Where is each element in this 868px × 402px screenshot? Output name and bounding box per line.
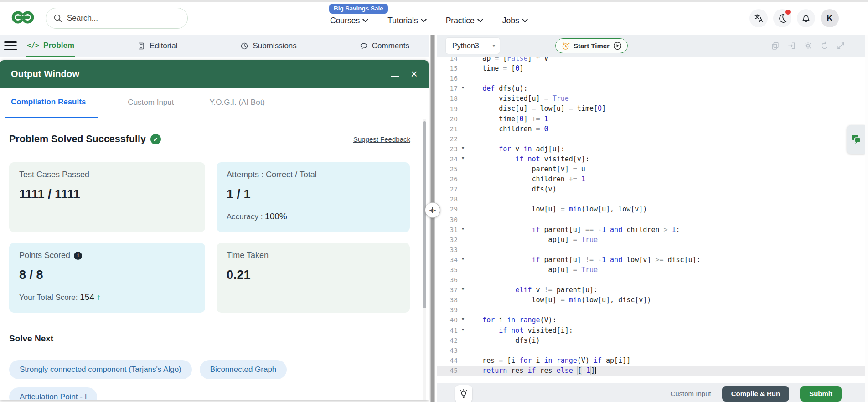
nav-menu-practice[interactable]: Practice <box>446 16 482 26</box>
code-text[interactable]: for v in adj[u]: <box>466 144 565 154</box>
code-line[interactable]: 36 <box>437 275 868 285</box>
code-line[interactable]: 31▾ if parent[u] == -1 and children > 1: <box>437 225 868 235</box>
tab-editorial[interactable]: Editorial <box>136 35 178 57</box>
nav-menu-tutorials[interactable]: Tutorials <box>388 16 425 26</box>
code-text[interactable]: if not visited[v]: <box>466 154 589 164</box>
reset-code-icon[interactable] <box>820 41 829 50</box>
code-text[interactable]: ap[u] = True <box>466 265 598 275</box>
nav-menu-jobs[interactable]: Jobs <box>502 16 527 26</box>
solve-next-chip[interactable]: Articulation Point - I <box>9 387 97 400</box>
hamburger-menu-icon[interactable] <box>4 39 17 52</box>
copy-icon[interactable] <box>771 41 780 50</box>
code-text[interactable]: dfs(v) <box>466 184 557 194</box>
code-line[interactable]: 44 res = [i for i in range(V) if ap[i]] <box>437 356 868 366</box>
notifications-button[interactable] <box>797 9 815 27</box>
import-code-icon[interactable] <box>787 41 796 50</box>
code-text[interactable]: dfs(i) <box>466 335 540 345</box>
code-line[interactable]: 27 dfs(v) <box>437 184 868 194</box>
code-line[interactable]: 18 visited[u] = True <box>437 93 868 103</box>
compile-run-button[interactable]: Compile & Run <box>722 386 790 402</box>
code-text[interactable]: parent[v] = u <box>466 164 585 174</box>
code-text[interactable]: low[u] = min(low[u], disc[v]) <box>466 295 651 305</box>
code-line[interactable]: 24▾ if not visited[v]: <box>437 154 868 164</box>
gfg-logo[interactable] <box>10 10 36 26</box>
info-icon[interactable]: i <box>74 252 82 260</box>
tab-comments[interactable]: Comments <box>359 35 410 57</box>
code-line[interactable]: 32 ap[u] = True <box>437 235 868 245</box>
nav-menu-courses[interactable]: Courses <box>330 16 367 26</box>
code-line[interactable]: 42 dfs(i) <box>437 335 868 345</box>
code-line[interactable]: 26 children += 1 <box>437 174 868 184</box>
code-line[interactable]: 41▾ if not visited[i]: <box>437 325 868 335</box>
code-text[interactable]: disc[u] = low[u] = time[0] <box>466 103 606 113</box>
fold-toggle-icon[interactable]: ▾ <box>462 286 464 291</box>
code-line[interactable]: 43 <box>437 345 868 356</box>
panel-divider[interactable]: ◂ ▸ <box>429 35 437 402</box>
fold-toggle-icon[interactable]: ▾ <box>462 256 464 261</box>
code-line[interactable]: 38 low[u] = min(low[u], disc[v]) <box>437 295 868 305</box>
code-line[interactable]: 22 <box>437 134 868 144</box>
user-avatar[interactable]: K <box>821 9 839 27</box>
fold-toggle-icon[interactable]: ▾ <box>462 327 464 332</box>
code-text[interactable]: if parent[u] != -1 and low[v] >= disc[u]… <box>466 255 701 265</box>
translate-button[interactable] <box>749 9 768 27</box>
left-scrollbar-thumb[interactable] <box>423 121 426 308</box>
code-text[interactable]: elif v != parent[u]: <box>466 285 598 295</box>
code-line[interactable]: 23▾ for v in adj[u]: <box>437 144 868 154</box>
code-line[interactable]: 16 <box>437 73 868 83</box>
minimize-icon[interactable] <box>391 76 399 77</box>
tab-custom-input[interactable]: Custom Input <box>121 88 180 118</box>
fold-toggle-icon[interactable]: ▾ <box>462 226 464 231</box>
code-line[interactable]: 30 <box>437 215 868 225</box>
code-line[interactable]: 19 disc[u] = low[u] = time[0] <box>437 103 868 113</box>
code-line[interactable]: 28 <box>437 194 868 204</box>
code-line[interactable]: 39 <box>437 305 868 315</box>
code-text[interactable]: return res if res else [-1] <box>466 366 596 376</box>
page-scrollbar[interactable] <box>865 35 868 402</box>
fold-toggle-icon[interactable]: ▾ <box>462 145 464 150</box>
code-line[interactable]: 17▾ def dfs(u): <box>437 83 868 93</box>
search-input[interactable] <box>67 14 176 23</box>
tab-problem[interactable]: </> Problem <box>26 35 75 57</box>
code-text[interactable]: low[u] = min(low[u], low[v]) <box>466 204 647 214</box>
tab-yogi-ai-bot[interactable]: Y.O.G.I. (AI Bot) <box>203 88 271 118</box>
code-line[interactable]: 29 low[u] = min(low[u], low[v]) <box>437 204 868 214</box>
code-line[interactable]: 35 ap[u] = True <box>437 265 868 275</box>
fullscreen-icon[interactable] <box>837 41 845 50</box>
hint-bulb-button[interactable] <box>455 385 472 402</box>
code-text[interactable]: ap = [False] * V <box>466 57 548 63</box>
code-line[interactable]: 34▾ if parent[u] != -1 and low[v] >= dis… <box>437 255 868 265</box>
solve-next-chip[interactable]: Strongly connected component (Tarjans's … <box>9 360 192 379</box>
close-icon[interactable]: × <box>411 68 418 80</box>
code-line[interactable]: 33 <box>437 245 868 255</box>
code-line[interactable]: 40▾ for i in range(V): <box>437 315 868 325</box>
code-line[interactable]: 14 ap = [False] * V <box>437 57 868 63</box>
code-text[interactable]: children += 1 <box>466 174 585 184</box>
language-select[interactable]: Python3 ▾ <box>446 38 500 54</box>
code-line[interactable]: 37▾ elif v != parent[u]: <box>437 285 868 295</box>
code-editor[interactable]: 14 ap = [False] * V15 time = [0]1617▾ de… <box>437 57 868 383</box>
code-text[interactable]: def dfs(u): <box>466 83 527 93</box>
solve-next-chip[interactable]: Biconnected Graph <box>200 360 287 379</box>
code-text[interactable]: time = [0] <box>466 63 523 73</box>
code-line[interactable]: 25 parent[v] = u <box>437 164 868 174</box>
theme-toggle-button[interactable] <box>773 9 791 27</box>
divider-drag-handle[interactable]: ◂ ▸ <box>425 202 440 218</box>
code-line[interactable]: 20 time[0] += 1 <box>437 114 868 124</box>
fold-toggle-icon[interactable]: ▾ <box>462 85 464 90</box>
code-text[interactable]: time[0] += 1 <box>466 114 548 124</box>
code-text[interactable]: if not visited[i]: <box>466 325 573 335</box>
code-line[interactable]: 15 time = [0] <box>437 63 868 73</box>
code-text[interactable]: children = 0 <box>466 124 548 134</box>
code-text[interactable]: if parent[u] == -1 and children > 1: <box>466 225 680 235</box>
fold-toggle-icon[interactable]: ▾ <box>462 155 464 160</box>
divider-bar[interactable] <box>430 35 435 402</box>
code-text[interactable]: res = [i for i in range(V) if ap[i]] <box>466 356 630 366</box>
tab-compilation-results[interactable]: Compilation Results <box>5 88 98 118</box>
search-box[interactable] <box>46 8 188 29</box>
code-text[interactable]: for i in range(V): <box>466 315 557 325</box>
code-line[interactable]: 21 children = 0 <box>437 124 868 134</box>
suggest-feedback-link[interactable]: Suggest Feedback <box>353 135 410 143</box>
tab-submissions[interactable]: Submissions <box>239 35 297 57</box>
code-text[interactable]: visited[u] = True <box>466 93 569 103</box>
